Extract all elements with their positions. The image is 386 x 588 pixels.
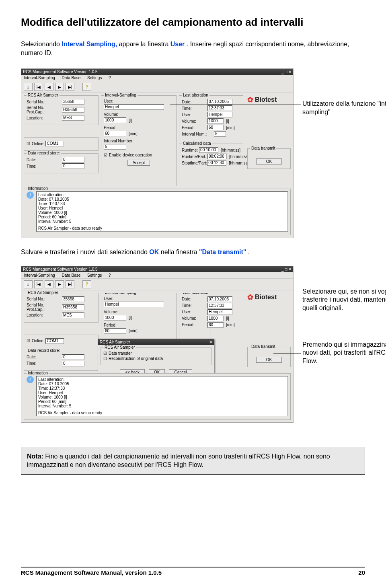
is-legend: Interval-Sampling [104, 93, 138, 97]
la-legend-2: Last alteration [182, 293, 209, 295]
vol-field[interactable]: 1000 [104, 117, 126, 123]
location-field[interactable]: MES [62, 115, 84, 121]
rcs-air-sampler-group-2: RCS Air Sampler Serial No.:35658 Serial … [24, 293, 99, 323]
stp-field: 00:12:30 [207, 160, 226, 166]
dialog-close-icon[interactable]: ✕ [209, 340, 212, 344]
vol-unit: [l] [129, 118, 132, 123]
user-field[interactable]: Hempel [104, 104, 164, 110]
la-vol-field: 1000 [207, 118, 224, 124]
note-text: Fino a quando i dati del campionamento a… [27, 453, 330, 469]
help-icon-2[interactable]: ? [82, 280, 91, 288]
window-title-2: RCS Management Software Version 1.0.5 [23, 267, 98, 271]
menu-settings-2[interactable]: Settings [87, 273, 102, 278]
information-group: Information i Last alteration: Date: 07.… [24, 189, 291, 235]
serial-field[interactable]: 35658 [62, 99, 84, 105]
la-time-field-2: 12:37:33 [207, 303, 232, 308]
nav-first-icon[interactable]: |◀ [34, 83, 43, 91]
user-field-2[interactable]: Hempel [104, 302, 164, 307]
clover-icon-2: ✿ [247, 293, 253, 302]
info-status-2: RCS Air Sampler - data setup ready [38, 411, 286, 415]
information-group-2: Information i Last alteration: Date: 07.… [24, 373, 291, 420]
menubar-2[interactable]: Interval-Sampling Data Base Settings ? [21, 272, 293, 279]
per-unit: [min] [129, 132, 138, 136]
footer-page-number: 20 [358, 569, 365, 576]
stp-unit: [hh:mm:ss] [229, 161, 248, 165]
ok-button[interactable]: OK [256, 158, 282, 164]
online-field-2[interactable]: COM1 [45, 338, 64, 344]
per-field-2[interactable]: 60 [104, 328, 126, 334]
drs-date-field[interactable]: 0 [62, 157, 84, 162]
la-date-field-2: 07.10.2005 [207, 296, 232, 302]
data-record-store-group: Data record store: Date:0 Time:0 [24, 153, 99, 173]
data-record-store-group-2: Data record store: Date:0 Time:0 [24, 351, 99, 371]
menu-database-2[interactable]: Data Base [62, 273, 81, 278]
titlebar-2: RCS Management Software Version 1.0.5 ‗ … [21, 266, 293, 272]
menu-database[interactable]: Data Base [62, 76, 81, 80]
nav-last-icon-2[interactable]: ▶| [66, 280, 74, 288]
menu-help[interactable]: ? [109, 76, 111, 80]
group-legend: RCS Air Sampler [27, 93, 60, 97]
protcap-field-2[interactable]: H35658 [62, 304, 84, 310]
ok-button-2[interactable]: OK [256, 357, 282, 363]
la-per-label-2: Period: [182, 323, 207, 327]
la-per-unit: [min] [226, 125, 235, 130]
nav-next-icon[interactable]: ▶ [55, 83, 64, 91]
drs-time-field-2[interactable]: 0 [62, 361, 84, 366]
location-label-2: Location: [27, 313, 62, 317]
online-field[interactable]: COM1 [45, 141, 64, 146]
per-label-2: Period: [104, 323, 139, 327]
app-window-2: RCS Management Software Version 1.0.5 ‗ … [21, 266, 294, 423]
protcap-field[interactable]: H35658 [62, 107, 84, 113]
in-field[interactable]: 5 [104, 144, 126, 150]
dialog-title: RCS Air Sampler [100, 340, 130, 344]
menubar[interactable]: Interval-Sampling Data Base Settings ? [21, 75, 293, 81]
la-vol-label: Volume: [182, 119, 207, 123]
drs-time-field[interactable]: 0 [62, 163, 84, 169]
reconstruction-checkbox[interactable]: Reconstruction of original data [109, 356, 163, 361]
data-transmit-group: Data transmit OK [247, 148, 291, 169]
drs-legend: Data record store: [27, 151, 61, 155]
accept-button[interactable]: Accept [127, 160, 150, 166]
location-field-2[interactable]: MES [62, 313, 84, 318]
la-vol-field-2: 1000 [207, 316, 224, 321]
intro-a: Selezionando [21, 41, 62, 47]
mid-b: nella finestra [161, 249, 199, 255]
la-date-field: 07.10.2005 [207, 99, 232, 105]
cd-legend: Calculated data [182, 141, 212, 146]
toolbar-icon[interactable]: ⌂ [24, 83, 33, 91]
online-group-2: ☑Online: COM1 [24, 335, 99, 348]
menu-help-2[interactable]: ? [109, 273, 111, 278]
drs-date-field-2[interactable]: 0 [62, 354, 84, 360]
note-label: Nota: [27, 453, 43, 460]
nav-prev-icon[interactable]: ◀ [45, 83, 53, 91]
help-icon[interactable]: ? [82, 83, 91, 91]
rt-unit: [hh:mm:ss] [221, 148, 240, 152]
menu-settings[interactable]: Settings [87, 76, 102, 80]
data-transfer-checkbox[interactable]: Data transfer [109, 351, 132, 356]
drs-time-label: Time: [27, 164, 62, 169]
per-field[interactable]: 60 [104, 131, 126, 136]
nav-prev-icon-2[interactable]: ◀ [45, 280, 53, 288]
window-controls-2[interactable]: ‗ □ ✕ [281, 267, 292, 271]
la-per-field-2: 60 [207, 322, 224, 328]
la-per-field: 60 [207, 125, 224, 130]
biotest-logo-2: ✿Biotest [247, 293, 291, 302]
serial-field-2[interactable]: 35658 [62, 296, 84, 302]
toolbar-icon-2[interactable]: ⌂ [24, 280, 33, 288]
la-time-label: Time: [182, 106, 207, 111]
nav-last-icon[interactable]: ▶| [66, 83, 74, 91]
la-date-label-2: Date: [182, 297, 207, 301]
interval-sampling-term: Interval Sampling, [62, 41, 117, 47]
menu-interval[interactable]: Interval-Sampling [24, 76, 55, 80]
per-label: Period: [104, 125, 139, 130]
nav-first-icon-2[interactable]: |◀ [34, 280, 43, 288]
nav-next-icon-2[interactable]: ▶ [55, 280, 64, 288]
enable-label[interactable]: Enable device operation [109, 153, 152, 157]
last-alteration-group: Last alteration Date:07.10.2005 Time:12:… [179, 95, 243, 141]
calculated-data-group: Calculated data Runtime:00:10:00[hh:mm:s… [179, 144, 243, 170]
window-controls[interactable]: ‗ □ ✕ [281, 70, 292, 74]
dialog-group: RCS Air Sampler ☑Data transfer ☐Reconstr… [101, 347, 211, 365]
vol-field-2[interactable]: 1000 [104, 315, 126, 321]
info-title: Last alteration: [38, 193, 286, 197]
menu-interval-2[interactable]: Interval-Sampling [24, 273, 55, 278]
